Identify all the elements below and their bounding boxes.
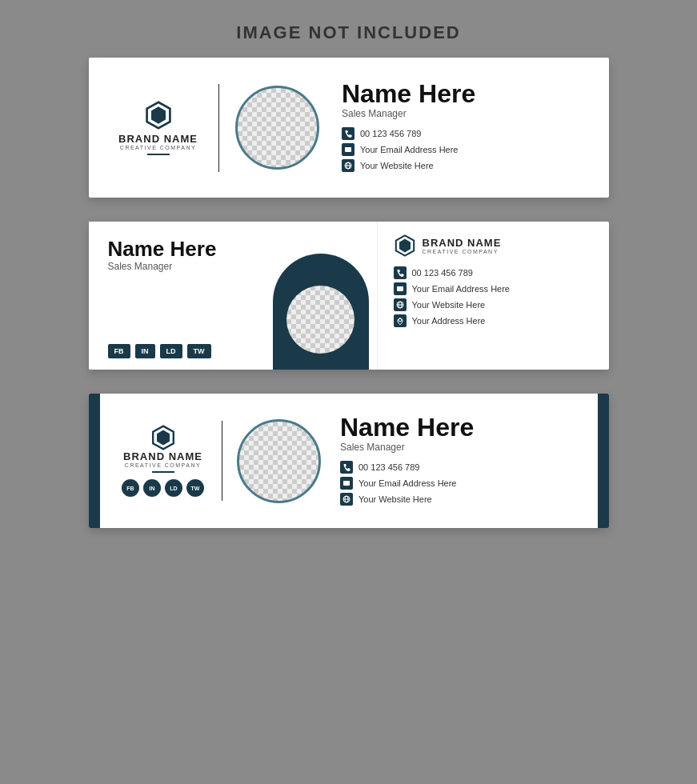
card2-address-row: Your Address Here xyxy=(394,314,593,327)
card2-email: Your Email Address Here xyxy=(412,284,511,294)
card3-brand-line xyxy=(152,471,174,473)
phone-icon-2 xyxy=(394,266,407,279)
card2-website-row: Your Website Here xyxy=(394,298,593,311)
card3-accent-left xyxy=(89,394,100,528)
card1-phone: 00 123 456 789 xyxy=(360,129,421,138)
card2-brand: BRAND NAME CREATIVE COMPANY xyxy=(394,234,593,257)
card1-email: Your Email Address Here xyxy=(360,145,459,154)
card3-hex-logo xyxy=(150,425,176,450)
social-tw[interactable]: TW xyxy=(187,344,211,358)
social-circle-tw[interactable]: TW xyxy=(186,479,204,497)
page-title: IMAGE NOT INCLUDED xyxy=(236,22,460,43)
card1-divider xyxy=(218,84,220,172)
card3-phone: 00 123 456 789 xyxy=(359,462,419,472)
card1-website: Your Website Here xyxy=(360,161,434,170)
card2-phone: 00 123 456 789 xyxy=(412,268,473,278)
card2-photo xyxy=(286,286,355,354)
card2-email-row: Your Email Address Here xyxy=(394,282,593,295)
card2-brand-name: BRAND NAME xyxy=(423,237,502,249)
card3-email-row: Your Email Address Here xyxy=(340,477,579,490)
website-icon-2 xyxy=(394,298,407,311)
card3-email: Your Email Address Here xyxy=(359,478,457,488)
card1-name: Name Here xyxy=(342,80,583,108)
arch-shape xyxy=(273,254,369,370)
card3-phone-row: 00 123 456 789 xyxy=(340,461,579,474)
card2-hex-logo xyxy=(394,234,416,257)
brand-name: BRAND NAME xyxy=(118,133,198,145)
card3-accent-right xyxy=(598,394,609,528)
email-icon-3 xyxy=(340,477,353,490)
website-icon-3 xyxy=(340,493,353,506)
email-icon xyxy=(342,143,355,156)
card2-name: Name Here xyxy=(108,238,246,261)
svg-marker-7 xyxy=(399,239,411,253)
card2-phone-row: 00 123 456 789 xyxy=(394,266,593,279)
card3-website: Your Website Here xyxy=(359,494,432,504)
card2-right: BRAND NAME CREATIVE COMPANY 00 123 456 7… xyxy=(377,222,609,370)
card2-center xyxy=(265,222,377,370)
card3-info: Name Here Sales Manager 00 123 456 789 Y… xyxy=(340,414,579,509)
card3-photo xyxy=(237,419,321,503)
card3-brand-name: BRAND NAME xyxy=(123,450,202,462)
brand-sub: CREATIVE COMPANY xyxy=(120,145,196,150)
email-signature-card-1: BRAND NAME CREATIVE COMPANY Name Here Sa… xyxy=(89,58,609,198)
phone-icon xyxy=(342,127,355,140)
card3-divider xyxy=(222,421,223,501)
card2-title: Sales Manager xyxy=(108,261,246,272)
card2-address: Your Address Here xyxy=(412,316,486,326)
social-circle-fb[interactable]: FB xyxy=(122,479,139,497)
social-circle-in[interactable]: IN xyxy=(143,479,161,497)
card3-title: Sales Manager xyxy=(340,442,579,453)
social-circle-ld[interactable]: LD xyxy=(165,479,182,497)
social-in[interactable]: IN xyxy=(135,344,155,358)
hex-logo-icon xyxy=(144,101,173,130)
card1-website-row: Your Website Here xyxy=(342,159,583,172)
svg-marker-14 xyxy=(157,430,170,446)
card2-social-bar: FB IN LD TW xyxy=(108,344,246,370)
svg-marker-1 xyxy=(151,106,166,124)
card2-brand-sub: CREATIVE COMPANY xyxy=(423,249,502,254)
website-icon xyxy=(342,159,355,172)
social-ld[interactable]: LD xyxy=(160,344,182,358)
card3-brand: BRAND NAME CREATIVE COMPANY FB IN LD TW xyxy=(119,425,207,497)
card3-social-circles: FB IN LD TW xyxy=(122,479,204,497)
card1-email-row: Your Email Address Here xyxy=(342,143,583,156)
card1-photo xyxy=(235,86,319,170)
card1-phone-row: 00 123 456 789 xyxy=(342,127,583,140)
email-signature-card-3: BRAND NAME CREATIVE COMPANY FB IN LD TW … xyxy=(89,394,609,528)
card3-inner: BRAND NAME CREATIVE COMPANY FB IN LD TW … xyxy=(100,394,598,528)
brand-line xyxy=(147,154,170,155)
card3-name: Name Here xyxy=(340,414,579,442)
email-icon-2 xyxy=(394,282,407,295)
email-signature-card-2: Name Here Sales Manager FB IN LD TW BRAN… xyxy=(89,222,609,370)
card1-title: Sales Manager xyxy=(342,108,583,119)
address-icon xyxy=(394,314,407,327)
card1-info: Name Here Sales Manager 00 123 456 789 Y… xyxy=(342,80,583,175)
card2-website: Your Website Here xyxy=(412,300,486,310)
card2-left: Name Here Sales Manager FB IN LD TW xyxy=(89,222,265,370)
card1-brand: BRAND NAME CREATIVE COMPANY xyxy=(114,101,202,155)
card3-website-row: Your Website Here xyxy=(340,493,579,506)
card3-brand-sub: CREATIVE COMPANY xyxy=(125,462,201,468)
phone-icon-3 xyxy=(340,461,353,474)
social-fb[interactable]: FB xyxy=(108,344,130,358)
